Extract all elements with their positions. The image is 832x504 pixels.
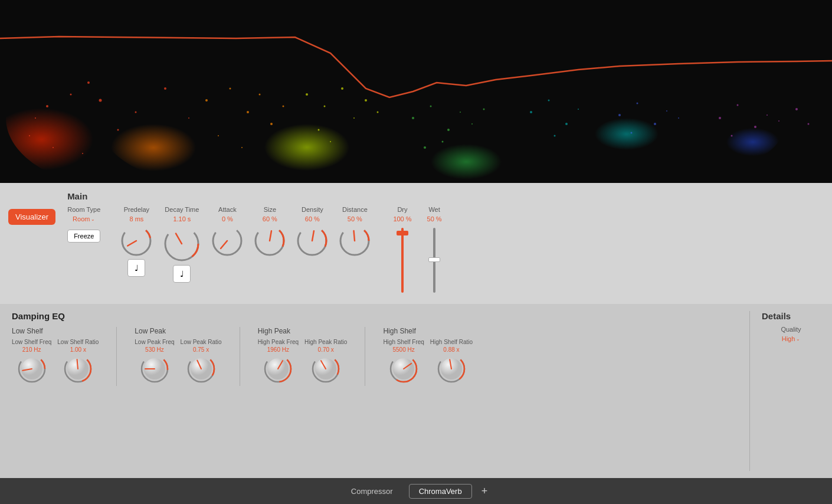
low-shelf-freq-group: Low Shelf Freq 210 Hz — [12, 339, 51, 386]
low-shelf-ratio-knob[interactable] — [63, 354, 93, 386]
density-group: Density 60 % — [296, 206, 328, 257]
add-tab-button[interactable]: + — [478, 485, 492, 498]
svg-point-37 — [430, 106, 432, 107]
predelay-note-button[interactable]: ♩ — [127, 259, 145, 277]
svg-line-66 — [128, 241, 137, 246]
svg-point-12 — [117, 129, 119, 131]
svg-point-9 — [70, 94, 72, 96]
wet-slider[interactable] — [433, 225, 435, 296]
spectrum-visualization — [0, 0, 832, 183]
svg-point-18 — [164, 87, 166, 90]
high-shelf-ratio-group: High Shelf Ratio 0.88 x — [430, 339, 473, 386]
high-peak-freq-label: High Peak Freq — [258, 339, 299, 345]
low-peak-section: Low Peak Low Peak Freq 530 Hz — [135, 327, 221, 386]
damping-eq-main: Damping EQ Low Shelf Low Shelf Freq 210 … — [12, 311, 743, 471]
svg-point-59 — [731, 135, 733, 137]
svg-point-39 — [460, 112, 461, 113]
svg-point-45 — [548, 100, 550, 102]
svg-point-17 — [82, 153, 83, 154]
dry-slider-group: Dry 100 % — [393, 206, 411, 296]
low-shelf-section: Low Shelf Low Shelf Freq 210 Hz — [12, 327, 99, 386]
svg-point-29 — [324, 106, 326, 107]
low-shelf-ratio-value: 1.00 x — [70, 346, 86, 353]
decay-note-button[interactable]: ♩ — [173, 265, 191, 283]
svg-point-53 — [631, 132, 633, 134]
tab-chromaverb[interactable]: ChromaVerb — [409, 484, 472, 499]
distance-knob[interactable] — [339, 225, 371, 257]
damping-eq-section: Damping EQ Low Shelf Low Shelf Freq 210 … — [0, 304, 832, 478]
svg-point-48 — [554, 135, 556, 137]
low-peak-title: Low Peak — [135, 327, 221, 335]
quality-label: Quality — [781, 326, 801, 333]
low-peak-freq-knob[interactable] — [140, 354, 169, 386]
svg-line-70 — [176, 234, 182, 244]
svg-point-54 — [678, 117, 679, 119]
high-peak-title: High Peak — [258, 327, 348, 335]
high-shelf-ratio-knob[interactable] — [437, 354, 466, 386]
low-shelf-title: Low Shelf — [12, 327, 99, 335]
tab-compressor[interactable]: Compressor — [341, 484, 403, 499]
low-shelf-knobs: Low Shelf Freq 210 Hz — [12, 339, 99, 386]
svg-point-56 — [737, 104, 739, 106]
svg-point-47 — [578, 109, 579, 110]
svg-point-46 — [565, 123, 568, 125]
svg-point-33 — [365, 99, 367, 102]
svg-point-13 — [53, 147, 54, 148]
svg-point-32 — [318, 129, 320, 131]
high-peak-freq-knob[interactable] — [263, 354, 293, 386]
svg-point-51 — [654, 123, 656, 125]
svg-point-34 — [330, 141, 331, 142]
svg-point-27 — [283, 106, 284, 107]
room-type-arrow: ⌄ — [91, 217, 95, 222]
density-knob[interactable] — [296, 225, 328, 257]
dry-label: Dry — [397, 206, 407, 213]
high-shelf-freq-knob[interactable] — [389, 354, 418, 386]
dry-slider[interactable] — [401, 225, 404, 296]
distance-label: Distance — [342, 206, 368, 213]
wet-label: Wet — [428, 206, 440, 213]
attack-knob[interactable] — [211, 225, 243, 257]
svg-point-35 — [377, 112, 379, 113]
quality-group: Quality High ⌄ — [781, 326, 801, 342]
wet-slider-group: Wet 50 % — [427, 206, 442, 296]
attack-group: Attack 0 % — [211, 206, 243, 257]
svg-point-60 — [778, 120, 779, 122]
high-shelf-section: High Shelf High Shelf Freq 5500 Hz — [383, 327, 473, 386]
svg-point-28 — [306, 93, 308, 96]
svg-point-40 — [442, 141, 444, 143]
visualizer-display — [0, 0, 832, 183]
dry-value: 100 % — [393, 215, 411, 222]
high-peak-knobs: High Peak Freq 1960 Hz — [258, 339, 348, 386]
low-peak-ratio-knob[interactable] — [186, 354, 216, 386]
divider-2 — [240, 327, 240, 386]
svg-point-16 — [135, 112, 137, 113]
svg-line-77 — [270, 231, 271, 241]
size-knob[interactable] — [254, 225, 286, 257]
decay-time-knob[interactable] — [163, 225, 201, 263]
high-shelf-title: High Shelf — [383, 327, 473, 335]
high-peak-ratio-value: 0.70 x — [318, 346, 334, 353]
high-peak-freq-value: 1960 Hz — [267, 346, 289, 353]
visualizer-button[interactable]: Visualizer — [8, 209, 55, 225]
low-shelf-freq-value: 210 Hz — [22, 346, 41, 353]
room-type-value[interactable]: Room ⌄ — [73, 215, 95, 222]
high-shelf-freq-label: High Shelf Freq — [383, 339, 424, 345]
main-panel: Main Room Type Room ⌄ Freeze Predelay 8 … — [67, 191, 820, 296]
distance-group: Distance 50 % — [339, 206, 371, 257]
svg-line-85 — [354, 231, 355, 241]
quality-value[interactable]: High ⌄ — [782, 335, 801, 342]
low-shelf-freq-knob[interactable] — [17, 354, 47, 386]
details-panel: Details Quality High ⌄ — [749, 311, 820, 471]
bottom-bar: Compressor ChromaVerb + — [0, 478, 832, 504]
freeze-button[interactable]: Freeze — [67, 230, 100, 243]
high-peak-ratio-knob[interactable] — [311, 354, 340, 386]
room-type-label: Room Type — [67, 206, 100, 213]
divider-1 — [116, 327, 117, 386]
svg-point-22 — [247, 111, 249, 113]
svg-point-21 — [230, 88, 231, 90]
svg-point-38 — [447, 129, 450, 131]
low-peak-ratio-group: Low Peak Ratio 0.75 x — [181, 339, 222, 386]
svg-line-93 — [77, 359, 78, 369]
predelay-knob[interactable] — [120, 225, 152, 257]
decay-time-group: Decay Time 1.10 s — [163, 206, 201, 283]
